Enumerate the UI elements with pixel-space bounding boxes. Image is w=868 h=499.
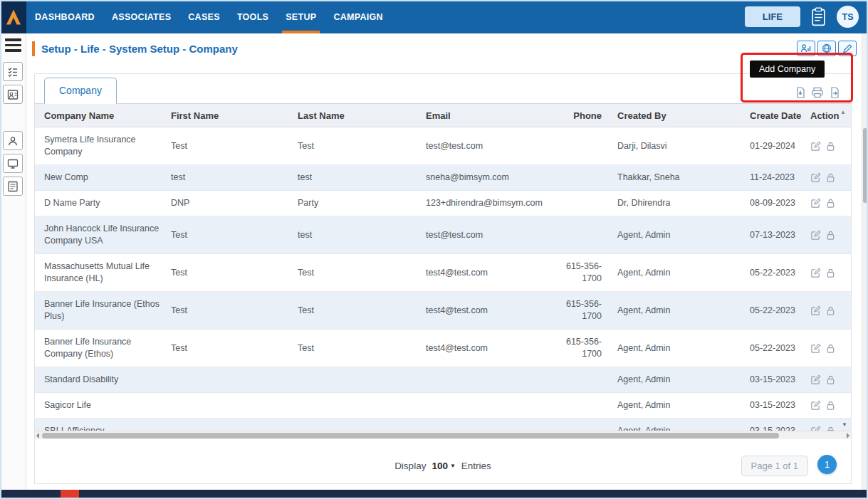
cell-created-by: Agent, Admin (609, 261, 744, 285)
edit-icon[interactable] (810, 172, 821, 183)
user-icon (7, 135, 19, 147)
col-header-company-name[interactable]: Company Name (35, 110, 171, 121)
screen-icon (7, 158, 19, 169)
scroll-left-arrow-icon[interactable] (36, 433, 39, 438)
user-avatar[interactable]: TS (837, 6, 859, 28)
tab-company[interactable]: Company (44, 78, 117, 104)
horizontal-scrollbar[interactable] (35, 431, 851, 439)
scroll-up-arrow-icon[interactable]: ▲ (840, 109, 846, 115)
scroll-right-arrow-icon[interactable] (847, 433, 849, 438)
edit-icon[interactable] (810, 198, 821, 209)
sidebar-item-screen[interactable] (3, 154, 23, 173)
cell-first-name (171, 374, 298, 387)
cell-company-name: Sagicor Life (35, 393, 171, 418)
add-associate-button[interactable] (797, 41, 815, 56)
col-header-phone[interactable]: Phone (552, 110, 609, 121)
nav-item-associates[interactable]: ASSOCIATES (103, 0, 179, 33)
nav-item-cases[interactable]: CASES (179, 0, 229, 33)
header-action-icons (797, 41, 862, 56)
top-navbar: DASHBOARD ASSOCIATES CASES TOOLS SETUP C… (0, 0, 868, 33)
cell-actions (810, 135, 847, 158)
cell-create-date: 11-24-2023 (744, 165, 810, 190)
table-body: Symetra Life Insurance Company Test Test… (35, 127, 851, 431)
cell-created-by: Agent, Admin (609, 419, 744, 431)
nav-item-campaign[interactable]: CAMPAIGN (325, 0, 392, 33)
page-number-button[interactable]: 1 (817, 455, 837, 474)
cell-company-name: Massachusetts Mutual Life Insurance (HL) (35, 254, 171, 291)
nav-item-tools[interactable]: TOOLS (229, 0, 277, 33)
lock-icon[interactable] (826, 198, 835, 209)
cell-create-date: 03-15-2023 (744, 367, 810, 392)
table-row[interactable]: New Comp test test sneha@bimsym.com Thak… (35, 165, 851, 191)
life-button[interactable]: LIFE (745, 6, 800, 27)
lock-icon[interactable] (826, 141, 835, 152)
globe-button[interactable] (817, 41, 836, 56)
lock-icon[interactable] (826, 268, 835, 278)
col-header-create-date[interactable]: Create Date (744, 110, 810, 121)
app-logo[interactable] (0, 0, 26, 33)
export-icon[interactable] (830, 87, 840, 98)
cell-created-by: Agent, Admin (609, 298, 744, 323)
col-header-last-name[interactable]: Last Name (298, 110, 426, 121)
import-icon[interactable] (795, 87, 805, 98)
table-row[interactable]: Banner Life Insurance (Ethos Plus) Test … (35, 292, 851, 330)
add-company-tooltip: Add Company (750, 61, 825, 78)
navbar-right-group: LIFE TS (745, 6, 868, 28)
lock-icon[interactable] (826, 374, 835, 385)
table-row[interactable]: SBLI-Afficiency Agent, Admin 03-15-2023 (35, 419, 851, 431)
print-icon[interactable] (812, 87, 823, 98)
table-row[interactable]: Symetra Life Insurance Company Test Test… (35, 127, 851, 165)
table-toolbar (795, 87, 840, 98)
scroll-down-arrow-icon[interactable]: ▼ (842, 421, 847, 428)
lock-icon[interactable] (826, 426, 835, 431)
tab-bar: Company (35, 74, 851, 104)
horizontal-scrollbar-thumb[interactable] (42, 433, 779, 438)
hamburger-icon[interactable] (0, 33, 26, 56)
table-row[interactable]: Sagicor Life Agent, Admin 03-15-2023 (35, 393, 851, 419)
table-row[interactable]: D Name Party DNP Party 123+dhirendra@bim… (35, 191, 851, 216)
edit-icon[interactable] (810, 374, 821, 385)
lock-icon[interactable] (826, 305, 835, 316)
sidebar-item-forms[interactable] (3, 177, 23, 196)
cell-phone (552, 172, 609, 184)
sidebar-item-contacts[interactable] (3, 131, 23, 150)
edit-icon[interactable] (810, 426, 821, 431)
cell-first-name: DNP (171, 191, 298, 216)
edit-icon[interactable] (810, 141, 821, 152)
lock-icon[interactable] (826, 400, 835, 411)
logo-a-icon (6, 9, 21, 26)
col-header-first-name[interactable]: First Name (171, 110, 298, 121)
add-company-button[interactable] (838, 41, 857, 56)
col-header-email[interactable]: Email (426, 110, 552, 121)
col-header-created-by[interactable]: Created By (609, 110, 744, 121)
table-row[interactable]: Banner Life Insurance Company (Ethos) Te… (35, 330, 851, 367)
table-row[interactable]: John Hancock Life Insurance Company USA … (35, 216, 851, 254)
cell-first-name: Test (171, 134, 298, 159)
cell-company-name: Symetra Life Insurance Company (35, 127, 171, 164)
user-report-icon (800, 43, 812, 53)
cell-last-name: test (298, 165, 426, 190)
edit-icon[interactable] (810, 268, 821, 278)
nav-item-setup[interactable]: SETUP (277, 0, 325, 33)
globe-icon (822, 43, 832, 53)
page-scrollbar[interactable] (862, 33, 868, 490)
dropdown-caret-icon: ▼ (450, 463, 456, 469)
table-row[interactable]: Massachusetts Mutual Life Insurance (HL)… (35, 254, 851, 292)
lock-icon[interactable] (826, 230, 835, 241)
table-row[interactable]: Standard Disability Agent, Admin 03-15-2… (35, 367, 851, 393)
lock-icon[interactable] (826, 343, 835, 354)
edit-icon[interactable] (810, 343, 821, 354)
edit-icon[interactable] (810, 230, 821, 241)
sidebar-item-id-photo[interactable] (3, 85, 23, 104)
edit-icon[interactable] (810, 400, 821, 411)
table-footer: Display 100 ▼ Entries Page 1 of 1 1 (35, 448, 851, 483)
page-size-select[interactable]: 100 ▼ (432, 461, 455, 471)
cell-company-name: SBLI-Afficiency (35, 419, 171, 431)
sidebar-item-setup-list[interactable] (3, 62, 23, 81)
page-scrollbar-thumb[interactable] (863, 128, 867, 203)
cell-company-name: D Name Party (35, 191, 171, 216)
lock-icon[interactable] (826, 172, 835, 183)
nav-item-dashboard[interactable]: DASHBOARD (26, 0, 103, 33)
edit-icon[interactable] (810, 305, 821, 316)
clipboard-icon[interactable] (811, 7, 826, 26)
